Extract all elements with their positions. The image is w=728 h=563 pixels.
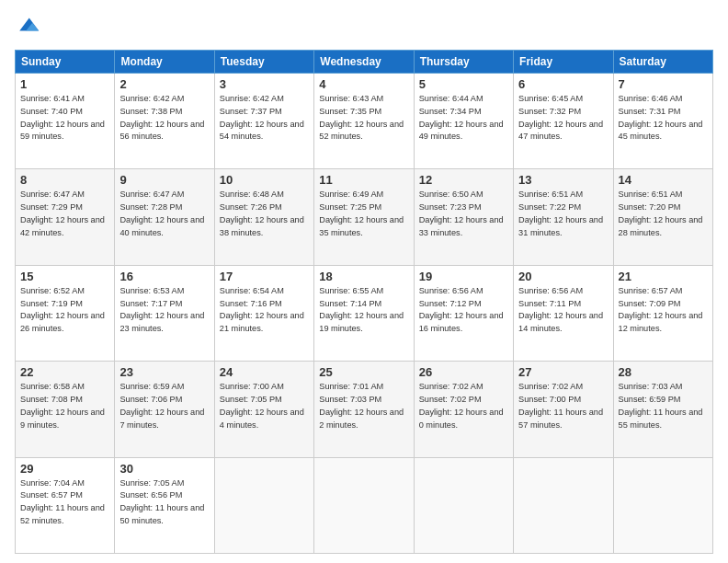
day-number: 12 [419,173,508,187]
page: SundayMondayTuesdayWednesdayThursdayFrid… [0,0,728,563]
day-number: 30 [119,462,209,476]
cell-info: Sunrise: 6:44 AMSunset: 7:34 PMDaylight:… [419,94,504,141]
day-number: 13 [518,173,608,187]
calendar-cell: 12 Sunrise: 6:50 AMSunset: 7:23 PMDaylig… [414,169,513,265]
calendar-cell: 30 Sunrise: 7:05 AMSunset: 6:56 PMDaylig… [115,457,214,553]
cell-info: Sunrise: 6:41 AMSunset: 7:40 PMDaylight:… [20,94,105,141]
day-number: 15 [20,270,109,283]
calendar-week-row: 8 Sunrise: 6:47 AMSunset: 7:29 PMDayligh… [16,169,713,265]
day-header: Thursday [414,51,513,74]
cell-info: Sunrise: 6:50 AMSunset: 7:23 PMDaylight:… [419,190,504,236]
calendar-cell: 27 Sunrise: 7:02 AMSunset: 7:00 PMDaylig… [514,362,613,457]
calendar-cell: 14 Sunrise: 6:51 AMSunset: 7:20 PMDaylig… [613,169,712,265]
cell-info: Sunrise: 6:47 AMSunset: 7:29 PMDaylight:… [20,190,105,236]
cell-info: Sunrise: 6:56 AMSunset: 7:12 PMDaylight:… [419,286,504,333]
calendar-week-row: 1 Sunrise: 6:41 AMSunset: 7:40 PMDayligh… [16,74,713,169]
day-header: Sunday [16,51,115,74]
cell-info: Sunrise: 6:51 AMSunset: 7:20 PMDaylight:… [619,190,703,236]
day-number: 18 [319,270,408,283]
day-number: 9 [119,173,209,187]
day-number: 22 [20,365,109,379]
day-number: 7 [619,77,708,91]
cell-info: Sunrise: 6:51 AMSunset: 7:22 PMDaylight:… [518,190,603,236]
day-number: 28 [619,365,708,379]
day-header: Monday [115,51,214,74]
calendar-cell [314,457,414,553]
calendar-week-row: 29 Sunrise: 7:04 AMSunset: 6:57 PMDaylig… [16,457,713,553]
day-number: 26 [419,365,508,379]
calendar-cell: 18 Sunrise: 6:55 AMSunset: 7:14 PMDaylig… [314,265,414,361]
calendar-cell: 29 Sunrise: 7:04 AMSunset: 6:57 PMDaylig… [16,457,115,553]
day-number: 17 [220,270,309,283]
logo [15,15,44,40]
calendar-cell: 3 Sunrise: 6:42 AMSunset: 7:37 PMDayligh… [214,74,313,169]
cell-info: Sunrise: 7:00 AMSunset: 7:05 PMDaylight:… [220,382,304,429]
cell-info: Sunrise: 6:42 AMSunset: 7:37 PMDaylight:… [220,94,304,141]
cell-info: Sunrise: 6:58 AMSunset: 7:08 PMDaylight:… [20,382,105,429]
cell-info: Sunrise: 6:53 AMSunset: 7:17 PMDaylight:… [119,286,204,333]
calendar-cell: 11 Sunrise: 6:49 AMSunset: 7:25 PMDaylig… [314,169,414,265]
calendar-cell: 4 Sunrise: 6:43 AMSunset: 7:35 PMDayligh… [314,74,414,169]
day-number: 6 [518,77,608,91]
calendar-cell [514,457,613,553]
day-number: 5 [419,77,508,91]
day-number: 1 [20,77,109,91]
calendar-cell: 1 Sunrise: 6:41 AMSunset: 7:40 PMDayligh… [16,74,115,169]
day-number: 10 [220,173,309,187]
day-number: 20 [518,270,608,283]
cell-info: Sunrise: 6:47 AMSunset: 7:28 PMDaylight:… [119,190,204,236]
cell-info: Sunrise: 7:02 AMSunset: 7:00 PMDaylight:… [518,382,603,429]
calendar-cell: 6 Sunrise: 6:45 AMSunset: 7:32 PMDayligh… [514,74,613,169]
calendar-cell: 22 Sunrise: 6:58 AMSunset: 7:08 PMDaylig… [16,362,115,457]
calendar-header-row: SundayMondayTuesdayWednesdayThursdayFrid… [16,51,713,74]
cell-info: Sunrise: 7:04 AMSunset: 6:57 PMDaylight:… [20,478,105,525]
day-number: 3 [220,77,309,91]
header [15,15,713,40]
calendar-cell: 2 Sunrise: 6:42 AMSunset: 7:38 PMDayligh… [115,74,214,169]
day-number: 16 [119,270,209,283]
cell-info: Sunrise: 7:01 AMSunset: 7:03 PMDaylight:… [319,382,404,429]
cell-info: Sunrise: 6:55 AMSunset: 7:14 PMDaylight:… [319,286,404,333]
calendar-cell: 25 Sunrise: 7:01 AMSunset: 7:03 PMDaylig… [314,362,414,457]
day-number: 2 [119,77,209,91]
calendar-cell: 24 Sunrise: 7:00 AMSunset: 7:05 PMDaylig… [214,362,313,457]
logo-icon [15,15,40,40]
cell-info: Sunrise: 6:57 AMSunset: 7:09 PMDaylight:… [619,286,703,333]
day-number: 24 [220,365,309,379]
calendar-cell: 23 Sunrise: 6:59 AMSunset: 7:06 PMDaylig… [115,362,214,457]
calendar-cell: 16 Sunrise: 6:53 AMSunset: 7:17 PMDaylig… [115,265,214,361]
cell-info: Sunrise: 7:03 AMSunset: 6:59 PMDaylight:… [619,382,703,429]
calendar-cell: 26 Sunrise: 7:02 AMSunset: 7:02 PMDaylig… [414,362,513,457]
day-number: 14 [619,173,708,187]
calendar-cell [214,457,313,553]
cell-info: Sunrise: 6:46 AMSunset: 7:31 PMDaylight:… [619,94,703,141]
calendar-cell [414,457,513,553]
calendar-cell: 13 Sunrise: 6:51 AMSunset: 7:22 PMDaylig… [514,169,613,265]
calendar-cell: 20 Sunrise: 6:56 AMSunset: 7:11 PMDaylig… [514,265,613,361]
calendar-cell: 8 Sunrise: 6:47 AMSunset: 7:29 PMDayligh… [16,169,115,265]
cell-info: Sunrise: 6:49 AMSunset: 7:25 PMDaylight:… [319,190,404,236]
day-header: Tuesday [214,51,313,74]
day-number: 11 [319,173,408,187]
day-number: 25 [319,365,408,379]
day-number: 21 [619,270,708,283]
day-number: 8 [20,173,109,187]
day-number: 29 [20,462,109,476]
cell-info: Sunrise: 6:54 AMSunset: 7:16 PMDaylight:… [220,286,304,333]
calendar-cell: 19 Sunrise: 6:56 AMSunset: 7:12 PMDaylig… [414,265,513,361]
calendar-week-row: 22 Sunrise: 6:58 AMSunset: 7:08 PMDaylig… [16,362,713,457]
calendar-cell: 15 Sunrise: 6:52 AMSunset: 7:19 PMDaylig… [16,265,115,361]
calendar-cell: 17 Sunrise: 6:54 AMSunset: 7:16 PMDaylig… [214,265,313,361]
calendar-cell: 21 Sunrise: 6:57 AMSunset: 7:09 PMDaylig… [613,265,712,361]
cell-info: Sunrise: 7:02 AMSunset: 7:02 PMDaylight:… [419,382,504,429]
calendar-week-row: 15 Sunrise: 6:52 AMSunset: 7:19 PMDaylig… [16,265,713,361]
calendar-cell: 5 Sunrise: 6:44 AMSunset: 7:34 PMDayligh… [414,74,513,169]
cell-info: Sunrise: 6:48 AMSunset: 7:26 PMDaylight:… [220,190,304,236]
cell-info: Sunrise: 6:42 AMSunset: 7:38 PMDaylight:… [119,94,204,141]
day-number: 23 [119,365,209,379]
cell-info: Sunrise: 6:56 AMSunset: 7:11 PMDaylight:… [518,286,603,333]
day-header: Saturday [613,51,712,74]
calendar-cell: 10 Sunrise: 6:48 AMSunset: 7:26 PMDaylig… [214,169,313,265]
day-number: 4 [319,77,408,91]
day-number: 27 [518,365,608,379]
